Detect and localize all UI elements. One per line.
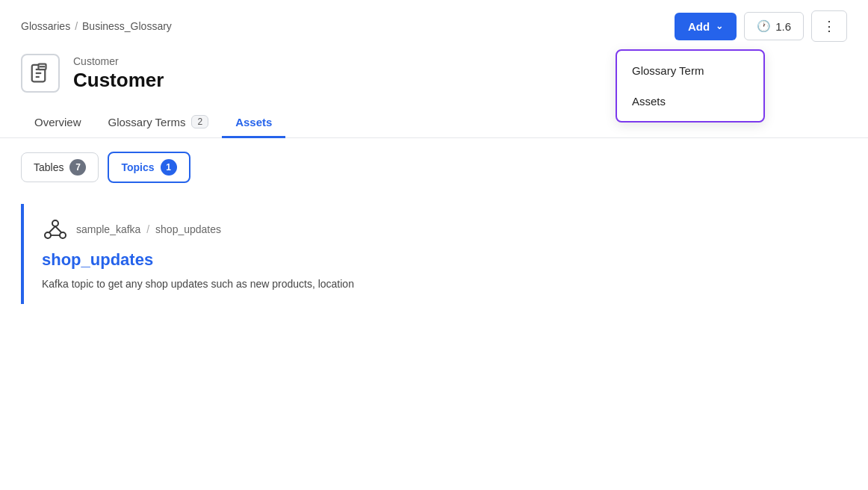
dropdown-item-glossary-term[interactable]: Glossary Term bbox=[617, 55, 763, 86]
version-button[interactable]: 🕐 1.6 bbox=[744, 12, 804, 40]
result-card-header: sample_kafka / shop_updates bbox=[42, 216, 832, 243]
breadcrumb-sep-1: / bbox=[75, 20, 78, 32]
chevron-down-icon: ⌄ bbox=[716, 21, 723, 31]
add-button-label: Add bbox=[688, 20, 710, 33]
svg-point-8 bbox=[60, 232, 66, 238]
more-options-button[interactable]: ⋮ bbox=[811, 10, 847, 42]
glossary-icon bbox=[29, 62, 52, 84]
svg-point-7 bbox=[45, 232, 51, 238]
sub-tab-tables[interactable]: Tables 7 bbox=[21, 152, 99, 182]
entity-title: Customer bbox=[73, 69, 164, 92]
result-title[interactable]: shop_updates bbox=[42, 250, 832, 270]
header-actions: Add ⌄ 🕐 1.6 ⋮ Glossary Term Assets bbox=[675, 10, 847, 42]
tab-overview-label: Overview bbox=[34, 116, 81, 128]
svg-line-9 bbox=[49, 226, 55, 232]
result-card: sample_kafka / shop_updates shop_updates… bbox=[21, 204, 847, 304]
page-container: Glossaries / Business_Glossary Add ⌄ 🕐 1… bbox=[0, 0, 868, 490]
tab-assets-label: Assets bbox=[235, 116, 272, 128]
svg-line-10 bbox=[55, 226, 61, 232]
tab-glossary-terms[interactable]: Glossary Terms 2 bbox=[95, 108, 223, 138]
breadcrumb-business-glossary[interactable]: Business_Glossary bbox=[82, 20, 172, 32]
tab-glossary-terms-badge: 2 bbox=[191, 115, 208, 128]
entity-subtitle: Customer bbox=[73, 55, 164, 67]
version-label: 1.6 bbox=[775, 20, 791, 33]
more-icon: ⋮ bbox=[822, 18, 836, 34]
breadcrumb-bar: Glossaries / Business_Glossary Add ⌄ 🕐 1… bbox=[0, 0, 868, 42]
sub-tab-tables-label: Tables bbox=[34, 161, 63, 173]
sub-tab-tables-badge: 7 bbox=[69, 159, 86, 176]
sub-tab-topics-badge: 1 bbox=[161, 159, 177, 176]
sub-tab-topics-label: Topics bbox=[121, 161, 154, 173]
breadcrumb: Glossaries / Business_Glossary bbox=[21, 20, 172, 32]
tab-glossary-terms-label: Glossary Terms bbox=[108, 116, 186, 128]
content-area: sample_kafka / shop_updates shop_updates… bbox=[0, 183, 868, 491]
entity-icon bbox=[21, 54, 60, 93]
svg-point-6 bbox=[52, 220, 58, 226]
dropdown-item-assets[interactable]: Assets bbox=[617, 86, 763, 117]
result-source: sample_kafka / shop_updates bbox=[76, 223, 221, 235]
tab-overview[interactable]: Overview bbox=[21, 108, 95, 138]
result-source-name: sample_kafka bbox=[76, 223, 140, 235]
kafka-icon bbox=[42, 216, 69, 243]
result-description: Kafka topic to get any shop updates such… bbox=[42, 276, 832, 292]
add-button[interactable]: Add ⌄ bbox=[675, 13, 737, 40]
result-asset-name: shop_updates bbox=[155, 223, 221, 235]
result-path-sep: / bbox=[146, 223, 149, 235]
sub-tabs: Tables 7 Topics 1 bbox=[0, 138, 868, 183]
breadcrumb-glossaries[interactable]: Glossaries bbox=[21, 20, 70, 32]
sub-tab-topics[interactable]: Topics 1 bbox=[108, 152, 190, 183]
clock-icon: 🕐 bbox=[757, 19, 771, 33]
tab-assets[interactable]: Assets bbox=[222, 108, 285, 138]
entity-info: Customer Customer bbox=[73, 55, 164, 92]
add-dropdown-menu: Glossary Term Assets bbox=[616, 49, 765, 122]
